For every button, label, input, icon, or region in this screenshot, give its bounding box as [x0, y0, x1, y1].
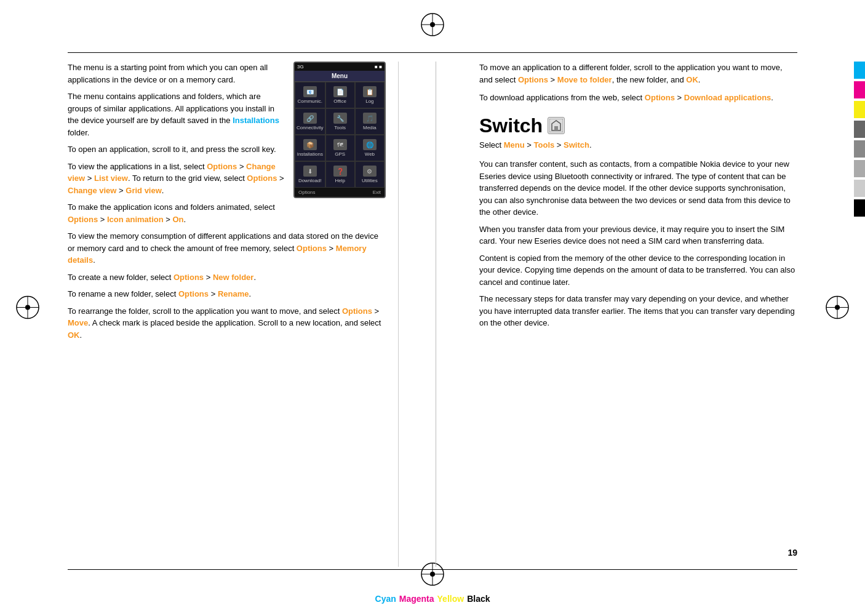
gps-icon: 🗺 [333, 139, 347, 150]
right-para1: You can transfer content, such as contac… [479, 158, 797, 218]
phone-status-bar: 3G ■ ■ [295, 63, 385, 71]
switch-title-text: Switch [479, 115, 543, 137]
left-para6: To view the memory consumption of differ… [68, 230, 386, 266]
yellow-tab [854, 101, 865, 118]
phone-grid: 📧 Communic. 📄 Office 📋 Log 🔗 Connectivit… [295, 82, 385, 188]
web-label: Web [365, 151, 375, 157]
menu-link: Menu [504, 140, 525, 150]
two-column-layout: 3G ■ ■ Menu 📧 Communic. 📄 Office 📋 [68, 62, 797, 567]
left-para7: To create a new folder, select Options >… [68, 271, 386, 284]
black-tab [854, 199, 865, 217]
log-icon: 📋 [363, 86, 377, 97]
right-move-para: To move an application to a different fo… [479, 62, 797, 86]
options-link-7: Options [342, 306, 372, 316]
connectivity-icon: 🔗 [303, 113, 317, 124]
ok-link-1: OK [68, 330, 80, 340]
phone-cell-download: ⬇ Download! [295, 161, 325, 188]
phone-cell-media: 🎵 Media [355, 108, 385, 135]
communic-label: Communic. [298, 98, 322, 104]
office-icon: 📄 [333, 86, 347, 97]
switch-link: Switch [564, 140, 589, 150]
options-move: Options [518, 75, 548, 84]
yellow-label: Yellow [437, 594, 464, 604]
bottom-rule [68, 569, 797, 570]
change-view-link-2: Change view [68, 186, 116, 195]
phone-status-icons: ■ ■ [375, 64, 382, 70]
phone-cell-office: 📄 Office [325, 82, 355, 108]
options-link-6: Options [178, 289, 209, 298]
phone-bottom-bar: Options Exit [295, 188, 385, 197]
phone-cell-gps: 🗺 GPS [325, 135, 355, 161]
phone-exit: Exit [373, 190, 381, 195]
download-label: Download! [298, 178, 322, 183]
utilities-icon: ⚙ [363, 166, 377, 177]
right-para4: The necessary steps for data transfer ma… [479, 293, 797, 329]
rename-link: Rename [218, 289, 249, 298]
phone-cell-communic: 📧 Communic. [295, 82, 325, 108]
right-para2: When you transfer data from your previou… [479, 223, 797, 247]
left-para2-end: folder. [68, 128, 89, 137]
phone-cell-utilities: ⚙ Utilities [355, 161, 385, 188]
right-download-para: To download applications from the web, s… [479, 92, 797, 104]
switch-section-title: Switch [479, 115, 797, 137]
black-label: Black [467, 594, 490, 604]
color-bar: Cyan Magenta Yellow Black [0, 594, 865, 604]
phone-cell-log: 📋 Log [355, 82, 385, 108]
download-apps-link: Download applications [684, 93, 771, 102]
cyan-tab [854, 62, 865, 79]
magenta-tab [854, 81, 865, 98]
office-label: Office [333, 98, 346, 104]
phone-cell-web: 🌐 Web [355, 135, 385, 161]
communic-icon: 📧 [303, 86, 317, 97]
options-link-3: Options [68, 215, 98, 224]
phone-cell-help: ❓ Help [325, 161, 355, 188]
installations-icon: 📦 [303, 139, 317, 150]
phone-options: Options [298, 190, 316, 195]
tools-label: Tools [334, 125, 346, 130]
color-tabs [854, 62, 865, 217]
gray-tab-2 [854, 140, 865, 158]
registration-mark-right [825, 295, 850, 321]
phone-title: Menu [295, 71, 385, 82]
connectivity-label: Connectivity [297, 125, 324, 130]
tools-link: Tools [534, 140, 555, 150]
left-para9: To rearrange the folder, scroll to the a… [68, 305, 386, 342]
magenta-label: Magenta [399, 594, 434, 604]
move-to-folder-link: Move to folder [557, 75, 612, 84]
options-link-1: Options [207, 162, 237, 171]
installations-label: Installations [297, 151, 323, 157]
options-link-5: Options [173, 273, 204, 282]
left-column: 3G ■ ■ Menu 📧 Communic. 📄 Office 📋 [68, 62, 399, 567]
gray-tab-1 [854, 121, 865, 138]
phone-cell-connectivity: 🔗 Connectivity [295, 108, 325, 135]
phone-mockup: 3G ■ ■ Menu 📧 Communic. 📄 Office 📋 [293, 62, 386, 198]
gps-label: GPS [335, 151, 345, 157]
switch-icon [548, 117, 565, 134]
select-line: Select Menu > Tools > Switch. [479, 139, 797, 151]
right-column: To move an application to a different fo… [473, 62, 797, 567]
options-dl: Options [645, 93, 675, 102]
column-divider [436, 62, 436, 567]
utilities-label: Utilities [362, 178, 378, 183]
ok-move-link: OK [686, 75, 698, 84]
icon-animation-link: Icon animation [107, 215, 164, 224]
download-icon: ⬇ [303, 166, 317, 177]
phone-status-3g: 3G [297, 64, 304, 70]
registration-mark-left [15, 295, 40, 321]
move-link: Move [68, 318, 88, 327]
options-link-4: Options [297, 244, 327, 253]
right-para3: Content is copied from the memory of the… [479, 252, 797, 289]
registration-mark-top [420, 12, 445, 39]
log-label: Log [365, 98, 373, 104]
phone-cell-installations: 📦 Installations [295, 135, 325, 161]
media-label: Media [363, 125, 377, 130]
tools-icon: 🔧 [333, 113, 347, 124]
svg-rect-17 [554, 126, 558, 130]
phone-cell-tools: 🔧 Tools [325, 108, 355, 135]
options-link-2: Options [247, 174, 277, 183]
top-rule [68, 52, 797, 53]
help-label: Help [335, 178, 345, 183]
new-folder-link: New folder [213, 273, 253, 282]
page-container: 3G ■ ■ Menu 📧 Communic. 📄 Office 📋 [68, 62, 797, 567]
help-icon: ❓ [333, 166, 347, 177]
